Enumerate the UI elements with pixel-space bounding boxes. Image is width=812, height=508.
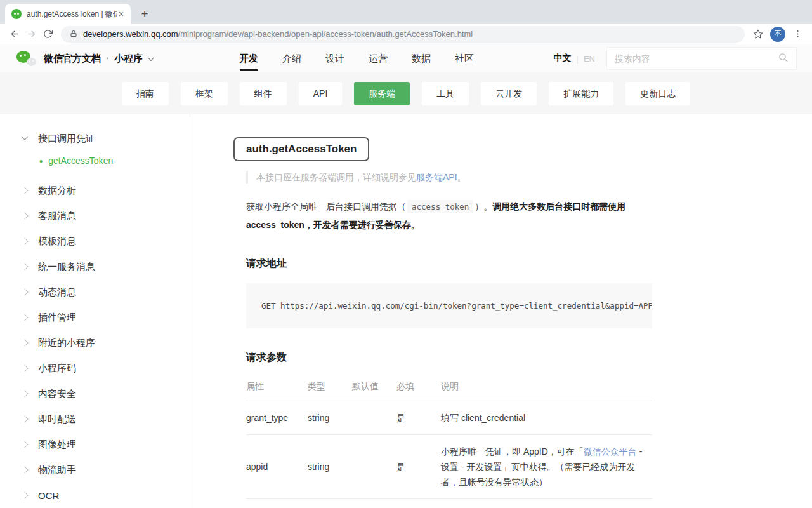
nav-item-design[interactable]: 设计 bbox=[325, 44, 344, 72]
chevron-right-icon bbox=[21, 466, 28, 473]
sidebar-section-access-token[interactable]: 接口调用凭证 bbox=[0, 126, 190, 151]
browser-tab-strip: auth.getAccessToken | 微信开放 × + bbox=[0, 0, 812, 24]
col-attr: 属性 bbox=[246, 375, 308, 401]
sidebar-item-template-message[interactable]: 模板消息 bbox=[0, 229, 190, 254]
site-header: 微信官方文档 · 小程序 开发 介绍 设计 运营 数据 社区 中文 | EN bbox=[0, 44, 812, 72]
search-input[interactable] bbox=[615, 53, 778, 64]
nav-item-intro[interactable]: 介绍 bbox=[282, 44, 301, 72]
lock-icon bbox=[70, 29, 77, 40]
wechat-logo-icon bbox=[16, 50, 37, 67]
nav-item-operation[interactable]: 运营 bbox=[369, 44, 388, 72]
subnav-tab-guide[interactable]: 指南 bbox=[122, 82, 169, 105]
search-box[interactable] bbox=[606, 47, 797, 70]
server-api-link[interactable]: 服务端API bbox=[416, 172, 457, 182]
nav-item-develop[interactable]: 开发 bbox=[239, 44, 258, 72]
lang-en-button[interactable]: EN bbox=[584, 54, 595, 64]
sidebar-item-content-security[interactable]: 内容安全 bbox=[0, 381, 190, 406]
page-title-box: auth.getAccessToken bbox=[233, 137, 369, 161]
sidebar-item-uniform-message[interactable]: 统一服务消息 bbox=[0, 254, 190, 279]
chevron-right-icon bbox=[21, 364, 28, 371]
address-bar[interactable]: developers.weixin.qq.com/miniprogram/dev… bbox=[61, 26, 745, 43]
sidebar: 接口调用凭证 • getAccessToken 数据分析 客服消息 模板消息 统… bbox=[0, 114, 190, 508]
lang-zh-button[interactable]: 中文 bbox=[554, 53, 572, 64]
search-icon[interactable] bbox=[778, 52, 789, 65]
chevron-right-icon bbox=[21, 491, 28, 498]
col-required: 必填 bbox=[396, 375, 441, 401]
sidebar-item-ocr[interactable]: OCR bbox=[0, 483, 190, 508]
tab-title: auth.getAccessToken | 微信开放 bbox=[27, 9, 117, 20]
tab-close-icon[interactable]: × bbox=[117, 9, 126, 19]
forward-icon[interactable] bbox=[23, 26, 39, 43]
sidebar-item-logistics[interactable]: 物流助手 bbox=[0, 457, 190, 483]
sidebar-active-label: getAccessToken bbox=[48, 156, 113, 166]
doc-content: auth.getAccessToken 本接口应在服务器端调用，详细说明参见服务… bbox=[190, 114, 812, 508]
col-default: 默认值 bbox=[352, 375, 396, 401]
new-tab-button[interactable]: + bbox=[136, 5, 154, 23]
doc-subnav: 指南 框架 组件 API 服务端 工具 云开发 扩展能力 更新日志 bbox=[0, 72, 812, 114]
sidebar-section-label: 接口调用凭证 bbox=[38, 133, 95, 145]
browser-profile-avatar[interactable]: 不 bbox=[770, 27, 785, 42]
subnav-tab-extended[interactable]: 扩展能力 bbox=[549, 82, 613, 105]
note-blockquote: 本接口应在服务器端调用，详细说明参见服务端API。 bbox=[246, 171, 652, 184]
page-title: auth.getAccessToken bbox=[246, 143, 357, 156]
url-path: /miniprogram/dev/api-backend/open-api/ac… bbox=[178, 29, 473, 39]
sidebar-item-image-processing[interactable]: 图像处理 bbox=[0, 432, 190, 457]
subnav-tab-server[interactable]: 服务端 bbox=[354, 82, 410, 105]
subnav-tab-framework[interactable]: 框架 bbox=[181, 82, 228, 105]
chevron-right-icon bbox=[21, 237, 28, 244]
reload-icon[interactable] bbox=[39, 26, 56, 43]
sidebar-item-analytics[interactable]: 数据分析 bbox=[0, 178, 190, 203]
subnav-tab-cloud[interactable]: 云开发 bbox=[481, 82, 537, 105]
chevron-right-icon bbox=[21, 390, 28, 397]
subnav-tab-devtools[interactable]: 工具 bbox=[422, 82, 469, 105]
browser-menu-dots-icon[interactable] bbox=[789, 26, 806, 43]
chevron-right-icon bbox=[21, 441, 28, 448]
header-right: 中文 | EN bbox=[554, 44, 797, 72]
inline-code-access-token: access_token bbox=[407, 200, 473, 213]
chevron-right-icon bbox=[21, 212, 28, 219]
brand-separator: · bbox=[106, 53, 109, 64]
intro-paragraph: 获取小程序全局唯一后台接口调用凭据（access_token）。调用绝大多数后台… bbox=[246, 197, 652, 234]
subnav-tab-component[interactable]: 组件 bbox=[240, 82, 287, 105]
table-row-appid: appid string 是 小程序唯一凭证，即 AppID，可在「微信公众平台… bbox=[246, 435, 652, 499]
sidebar-item-nearby-miniprogram[interactable]: 附近的小程序 bbox=[0, 330, 190, 356]
nav-item-community[interactable]: 社区 bbox=[455, 44, 474, 72]
sidebar-item-plugin-manage[interactable]: 插件管理 bbox=[0, 305, 190, 330]
request-url-codeblock: GET https://api.weixin.qq.com/cgi-bin/to… bbox=[246, 283, 652, 328]
chevron-right-icon bbox=[21, 187, 28, 194]
product-selector[interactable]: 小程序 bbox=[114, 53, 143, 65]
subnav-tab-changelog[interactable]: 更新日志 bbox=[625, 82, 690, 105]
sidebar-item-getaccesstoken[interactable]: • getAccessToken bbox=[0, 151, 190, 170]
page-url: developers.weixin.qq.com/miniprogram/dev… bbox=[83, 29, 473, 39]
browser-tab[interactable]: auth.getAccessToken | 微信开放 × bbox=[5, 4, 131, 24]
sidebar-item-updatable-message[interactable]: 动态消息 bbox=[0, 279, 190, 305]
page-body: 接口调用凭证 • getAccessToken 数据分析 客服消息 模板消息 统… bbox=[0, 114, 812, 508]
chevron-down-icon bbox=[21, 133, 28, 140]
params-table: 属性 类型 默认值 必填 说明 grant_type string 是 填写 c… bbox=[246, 375, 652, 508]
sidebar-item-customer-service[interactable]: 客服消息 bbox=[0, 203, 190, 229]
bookmark-star-icon[interactable] bbox=[750, 26, 766, 43]
chevron-down-icon[interactable] bbox=[148, 55, 154, 61]
browser-toolbar: developers.weixin.qq.com/miniprogram/dev… bbox=[0, 24, 812, 44]
mp-platform-link[interactable]: 微信公众平台 bbox=[584, 446, 637, 457]
chevron-right-icon bbox=[21, 339, 28, 346]
section-title-request-url: 请求地址 bbox=[246, 257, 652, 271]
chevron-right-icon bbox=[21, 288, 28, 295]
active-bullet-icon: • bbox=[39, 156, 43, 166]
wechat-favicon-icon bbox=[11, 9, 22, 19]
nav-item-data[interactable]: 数据 bbox=[412, 44, 431, 72]
appid-desc: 小程序唯一凭证，即 AppID，可在「微信公众平台 - 设置 - 开发设置」页中… bbox=[441, 435, 652, 499]
chevron-right-icon bbox=[21, 314, 28, 321]
sidebar-item-instant-delivery[interactable]: 即时配送 bbox=[0, 406, 190, 432]
section-title-request-params: 请求参数 bbox=[246, 351, 652, 364]
chevron-right-icon bbox=[21, 415, 28, 422]
chevron-right-icon bbox=[21, 263, 28, 270]
table-row-secret: secret string 是 小程序唯一凭证密钥，即 AppSecret，获取… bbox=[246, 499, 652, 508]
col-type: 类型 bbox=[308, 375, 352, 401]
table-row-grant-type: grant_type string 是 填写 client_credential bbox=[246, 401, 652, 435]
table-header-row: 属性 类型 默认值 必填 说明 bbox=[246, 375, 652, 401]
back-icon[interactable] bbox=[6, 26, 23, 43]
lang-divider: | bbox=[577, 54, 579, 64]
sidebar-item-wxacode[interactable]: 小程序码 bbox=[0, 356, 190, 381]
subnav-tab-api[interactable]: API bbox=[299, 82, 343, 105]
